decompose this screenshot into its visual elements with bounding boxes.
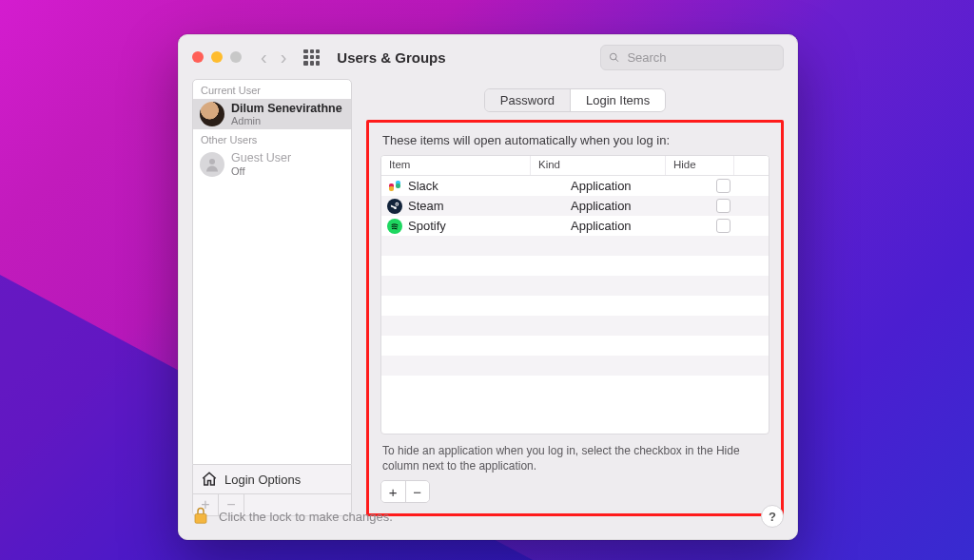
login-options-button[interactable]: Login Options [192,465,352,494]
help-button[interactable]: ? [761,505,784,528]
user-name: Guest User [231,151,291,164]
svg-point-4 [396,203,398,205]
table-header: Item Kind Hide [381,156,769,176]
svg-line-1 [615,58,618,61]
minimize-window-button[interactable] [211,51,223,63]
login-items-caption: These items will open automatically when… [382,133,769,147]
back-button[interactable]: ‹ [261,48,267,67]
svg-rect-5 [195,513,206,523]
table-row[interactable]: Steam Application [381,196,769,216]
login-items-add-remove: + − [380,480,430,503]
section-header-current: Current User [193,80,351,99]
hide-hint: To hide an application when you log in, … [382,443,768,473]
lock-button[interactable] [192,505,209,529]
zoom-window-button[interactable] [230,51,242,63]
steam-icon [387,199,402,214]
lock-icon [192,505,209,526]
col-item[interactable]: Item [381,156,531,175]
search-icon [609,51,619,64]
table-row[interactable]: Slack Application [381,176,769,196]
user-role: Admin [231,115,342,126]
toolbar: ‹ › Users & Groups [179,35,797,79]
avatar [200,152,224,177]
slack-icon [387,179,402,194]
search-field[interactable] [600,45,784,70]
hide-checkbox[interactable] [716,219,730,233]
show-all-button[interactable] [303,49,320,66]
highlight-box: These items will open automatically when… [366,120,784,516]
svg-point-0 [610,53,616,60]
remove-login-item-button[interactable]: − [406,481,430,502]
login-items-table: Item Kind Hide Slack Application [380,155,769,434]
section-header-other: Other Users [193,129,351,148]
item-name: Spotify [408,219,446,233]
svg-point-2 [209,159,215,164]
tab-password[interactable]: Password [485,89,571,111]
user-role: Off [231,165,291,177]
home-icon [201,471,218,488]
item-kind: Application [563,179,697,193]
footer: Click the lock to make changes. ? [192,503,784,530]
hide-checkbox[interactable] [716,179,730,193]
add-login-item-button[interactable]: + [381,481,406,502]
tab-login-items[interactable]: Login Items [571,89,665,111]
col-kind[interactable]: Kind [531,156,666,175]
search-input[interactable] [625,49,775,66]
user-row-current[interactable]: Dilum Senevirathne Admin [193,99,351,129]
spotify-icon [387,219,402,234]
item-name: Steam [408,199,444,213]
main-panel: Password Login Items These items will op… [366,79,784,516]
item-name: Slack [408,179,438,193]
lock-text: Click the lock to make changes. [219,510,393,524]
window-title: Users & Groups [337,49,445,66]
user-name: Dilum Senevirathne [231,102,342,115]
forward-button[interactable]: › [281,48,287,67]
login-options-label: Login Options [224,473,301,487]
tabs: Password Login Items [484,88,666,112]
item-kind: Application [563,219,697,233]
window-controls [192,51,242,63]
item-kind: Application [563,199,697,213]
users-sidebar: Current User Dilum Senevirathne Admin Ot… [192,79,352,516]
col-hide[interactable]: Hide [666,156,734,175]
table-row[interactable]: Spotify Application [381,216,769,236]
preferences-window: ‹ › Users & Groups Current User Dilum Se… [178,34,798,540]
hide-checkbox[interactable] [716,199,730,213]
avatar [200,102,224,126]
user-row-guest[interactable]: Guest User Off [193,148,351,179]
close-window-button[interactable] [192,51,204,63]
